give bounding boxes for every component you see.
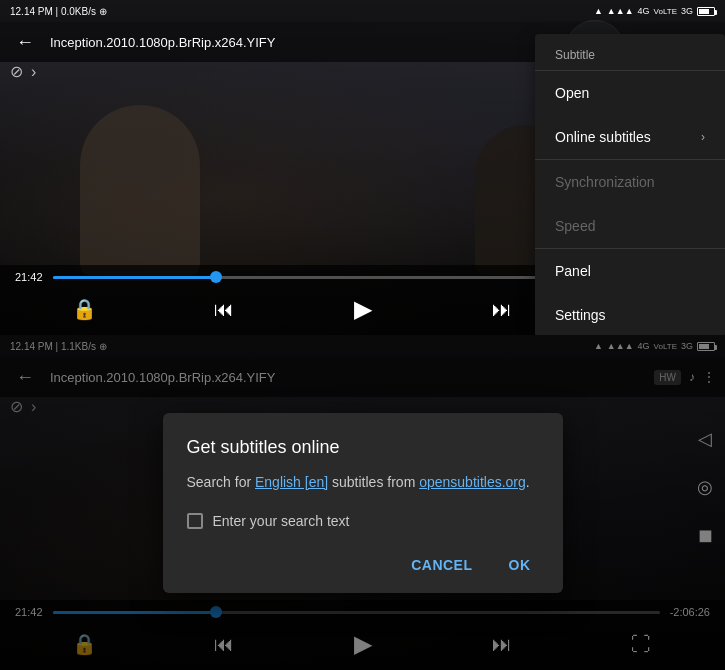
subtitle-icon[interactable]: ⊘ [10, 62, 23, 81]
status-icons: ▲ ▲▲▲ 4G VoLTE 3G [594, 6, 715, 16]
cancel-button[interactable]: CANCEL [403, 553, 480, 577]
subtitle-dialog: Get subtitles online Search for English … [163, 413, 563, 593]
checkbox-label: Enter your search text [213, 513, 350, 529]
signal-icon: ▲▲▲ [607, 6, 634, 16]
progress-thumb[interactable] [210, 271, 222, 283]
expand-button[interactable]: › [31, 63, 36, 81]
ok-button[interactable]: OK [501, 553, 539, 577]
progress-fill [53, 276, 217, 279]
menu-item-open[interactable]: Open [535, 71, 725, 115]
status-bar: 12.14 PM | 0.0KB/s ⊕ ▲ ▲▲▲ 4G VoLTE 3G [0, 0, 725, 22]
menu-item-speed: Speed [535, 204, 725, 248]
language-link[interactable]: English [en] [255, 474, 328, 490]
dialog-body: Search for English [en] subtitles from o… [187, 472, 539, 493]
volte-label: VoLTE [654, 7, 677, 16]
dialog-buttons: CANCEL OK [187, 553, 539, 577]
battery-fill [699, 9, 709, 14]
network-label: 4G [638, 6, 650, 16]
status-time-speed: 12.14 PM | 0.0KB/s ⊕ [10, 6, 107, 17]
search-checkbox[interactable] [187, 513, 203, 529]
dialog-checkbox-row: Enter your search text [187, 513, 539, 529]
next-button[interactable]: ⏭ [484, 291, 520, 327]
current-time: 21:42 [15, 271, 43, 283]
dialog-body-prefix: Search for [187, 474, 255, 490]
menu-item-panel[interactable]: Panel [535, 249, 725, 293]
menu-header: Subtitle [535, 34, 725, 70]
play-button[interactable]: ▶ [345, 291, 381, 327]
wifi-icon: ▲ [594, 6, 603, 16]
top-video-player: 12.14 PM | 0.0KB/s ⊕ ▲ ▲▲▲ 4G VoLTE 3G ←… [0, 0, 725, 335]
dialog-body-middle: subtitles from [328, 474, 419, 490]
bottom-video-player: 12.14 PM | 1.1KB/s ⊕ ▲ ▲▲▲ 4G VoLTE 3G ←… [0, 335, 725, 670]
menu-item-synchronization: Synchronization [535, 160, 725, 204]
subtitle-controls: ⊘ › [10, 62, 36, 81]
lock-button[interactable]: 🔒 [67, 291, 103, 327]
source-link[interactable]: opensubtitles.org [419, 474, 526, 490]
dialog-title: Get subtitles online [187, 437, 539, 458]
dialog-body-suffix: . [526, 474, 530, 490]
chevron-right-icon: › [701, 130, 705, 144]
three-g-label: 3G [681, 6, 693, 16]
menu-item-settings[interactable]: Settings [535, 293, 725, 335]
back-button[interactable]: ← [10, 27, 40, 57]
person-silhouette-left [80, 105, 200, 275]
subtitle-menu: Subtitle Open Online subtitles › Synchro… [535, 34, 725, 335]
battery-icon [697, 7, 715, 16]
prev-button[interactable]: ⏮ [206, 291, 242, 327]
menu-item-online-subtitles[interactable]: Online subtitles › [535, 115, 725, 159]
